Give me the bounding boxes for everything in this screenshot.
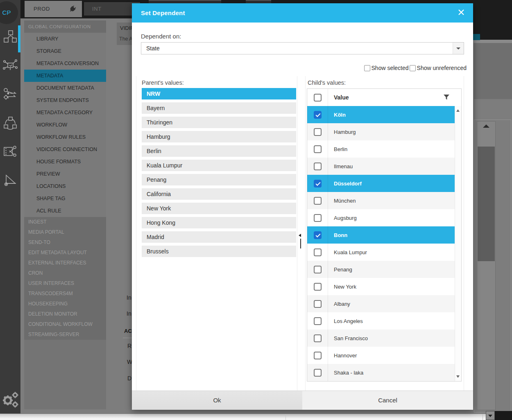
child-value-row[interactable]: Augsburg <box>307 209 455 226</box>
nav-item-workflow-rules[interactable]: WORKFLOW RULES <box>24 131 106 143</box>
child-value-row[interactable]: New York <box>307 278 455 295</box>
cp-avatar[interactable]: CP <box>0 1 18 24</box>
child-value-row[interactable]: Düsseldorf <box>307 175 455 192</box>
child-value-row[interactable]: Kuala Lumpur <box>307 244 455 261</box>
workflow-arrows-icon[interactable] <box>3 87 18 102</box>
show-unreferenced-checkbox[interactable] <box>410 65 416 71</box>
nav-item-transcoders4m[interactable]: TRANSCODERS4M <box>24 289 106 299</box>
nav-item-document-metadata[interactable]: DOCUMENT METADATA <box>24 82 106 94</box>
row-checkbox[interactable] <box>314 283 322 291</box>
row-checkbox[interactable] <box>314 300 322 308</box>
nav-item-housekeeping[interactable]: HOUSEKEEPING <box>24 299 106 309</box>
nav-item-locations[interactable]: LOCATIONS <box>24 180 106 192</box>
child-value-row[interactable]: Hannover <box>307 347 455 364</box>
scroll-up-icon[interactable] <box>456 109 460 112</box>
child-value-row[interactable]: Bonn <box>307 226 455 244</box>
background-right-header-block <box>474 43 512 99</box>
parent-value-item[interactable]: NRW <box>142 88 296 99</box>
nav-item-shape-tag[interactable]: SHAPE TAG <box>24 192 106 205</box>
scroll-down-icon[interactable] <box>456 375 460 378</box>
row-checkbox[interactable] <box>314 180 322 187</box>
child-value-row[interactable]: Albany <box>307 295 455 312</box>
row-checkbox[interactable] <box>314 266 322 273</box>
background-scrollbar-thumb[interactable] <box>478 147 495 261</box>
child-value-row[interactable]: Hamburg <box>307 123 455 140</box>
parent-value-item[interactable]: Bayern <box>142 102 296 114</box>
row-checkbox[interactable] <box>314 334 322 342</box>
nav-item-send-to[interactable]: SEND-TO <box>24 237 106 248</box>
parent-value-item[interactable]: California <box>142 188 296 200</box>
child-value-row[interactable]: Penang <box>307 261 455 278</box>
nav-item-metadata-category[interactable]: METADATA CATEGORY <box>24 106 106 119</box>
assets-cubes-icon[interactable] <box>3 29 18 44</box>
row-checkbox[interactable] <box>314 145 322 153</box>
child-value-row[interactable]: San Francisco <box>307 330 455 347</box>
nav-item-acl-rule[interactable]: ACL RULE <box>24 205 106 217</box>
filter-funnel-icon[interactable] <box>444 95 450 100</box>
row-checkbox[interactable] <box>314 128 322 136</box>
row-checkbox[interactable] <box>314 352 322 359</box>
parent-value-item[interactable]: Thüringen <box>142 117 296 128</box>
integration-icon[interactable] <box>3 58 18 73</box>
lifecycle-icon[interactable] <box>3 115 18 130</box>
nav-item-edit-metadata-layout[interactable]: EDIT METADATA LAYOUT <box>24 248 106 258</box>
row-checkbox[interactable] <box>314 317 322 325</box>
row-checkbox[interactable] <box>314 214 322 222</box>
parent-value-item[interactable]: Hong Kong <box>142 217 296 228</box>
child-value-row[interactable]: Berlin <box>307 140 455 158</box>
nav-item-external-interfaces[interactable]: EXTERNAL INTERFACES <box>24 258 106 268</box>
row-checkbox[interactable] <box>314 248 322 256</box>
nav-item-house-formats[interactable]: HOUSE FORMATS <box>24 156 106 168</box>
child-value-row[interactable]: Los Angeles <box>307 312 455 330</box>
child-table-scrollbar[interactable] <box>455 106 461 381</box>
nav-item-storage[interactable]: STORAGE <box>24 45 106 57</box>
ok-button[interactable]: Ok <box>132 391 302 410</box>
nav-item-workflow[interactable]: WORKFLOW <box>24 119 106 131</box>
nav-item-media-portal[interactable]: MEDIA PORTAL <box>24 227 106 237</box>
media-edit-icon[interactable] <box>3 144 18 159</box>
parent-value-item[interactable]: Madrid <box>142 231 296 243</box>
scroll-down-button[interactable] <box>486 411 495 420</box>
parent-values-panel: Parent's values: NRWBayernThüringenHambu… <box>136 76 297 391</box>
nav-item-library[interactable]: LIBRARY <box>24 33 106 45</box>
player-angle-icon[interactable] <box>3 173 18 187</box>
background-text-fragment: D <box>127 375 131 382</box>
row-checkbox[interactable] <box>314 231 322 239</box>
row-checkbox[interactable] <box>314 111 322 119</box>
dependent-on-select[interactable]: State <box>141 42 464 54</box>
splitter-handle[interactable] <box>300 239 301 248</box>
nav-item-deletion-monitor[interactable]: DELETION MONITOR <box>24 309 106 319</box>
close-icon[interactable] <box>458 9 466 17</box>
nav-item-ingest[interactable]: INGEST <box>24 217 106 227</box>
cancel-button[interactable]: Cancel <box>302 391 473 410</box>
nav-item-preview[interactable]: PREVIEW <box>24 168 106 180</box>
child-value-row[interactable]: Köln <box>307 106 455 123</box>
scroll-up-icon[interactable] <box>483 124 489 128</box>
nav-item-metadata-conversion[interactable]: METADATA CONVERSION <box>24 57 106 70</box>
parent-value-item[interactable]: Penang <box>142 174 296 185</box>
parent-value-item[interactable]: Berlin <box>142 145 296 157</box>
show-selected-checkbox[interactable] <box>364 65 370 71</box>
splitter-collapse-icon[interactable] <box>299 234 301 237</box>
caret-down-icon[interactable] <box>453 43 464 54</box>
tab-prod[interactable]: PROD <box>25 1 82 17</box>
row-checkbox[interactable] <box>314 369 322 377</box>
child-value-row[interactable]: Ilmenau <box>307 158 455 175</box>
nav-item-user-interfaces[interactable]: USER INTERFACES <box>24 278 106 289</box>
select-all-checkbox[interactable] <box>314 94 322 102</box>
child-value-row[interactable]: München <box>307 192 455 209</box>
nav-item-conditional-workflow[interactable]: CONDITIONAL WORKFLOW <box>24 319 106 330</box>
nav-item-system-endpoints[interactable]: SYSTEM ENDPOINTS <box>24 94 106 106</box>
settings-gears-icon[interactable] <box>2 386 20 409</box>
nav-item-metadata[interactable]: METADATA <box>24 70 106 82</box>
parent-value-item[interactable]: Kuala Lumpur <box>142 160 296 171</box>
parent-value-item[interactable]: Brussels <box>142 246 296 257</box>
nav-item-vidicore-connection[interactable]: VIDICORE CONNECTION <box>24 143 106 156</box>
child-value-row[interactable]: Shaka - laka <box>307 364 455 381</box>
parent-value-item[interactable]: New York <box>142 203 296 214</box>
nav-item-streaming-server[interactable]: STREAMING-SERVER <box>24 330 106 340</box>
row-checkbox[interactable] <box>314 163 322 170</box>
parent-value-item[interactable]: Hamburg <box>142 131 296 142</box>
nav-item-cron[interactable]: CRON <box>24 268 106 278</box>
row-checkbox[interactable] <box>314 197 322 205</box>
